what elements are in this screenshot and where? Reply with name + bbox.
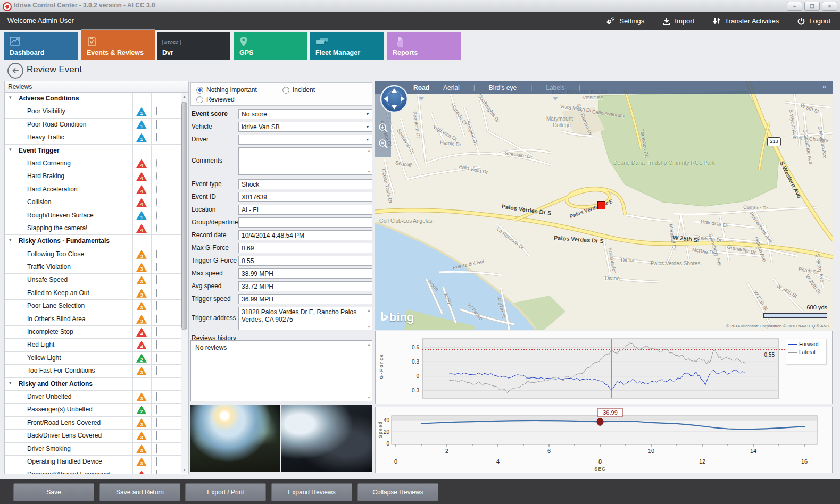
item-checkbox[interactable] bbox=[156, 354, 157, 362]
collapse-arrow-icon[interactable]: ▾ bbox=[9, 237, 12, 242]
item-checkbox[interactable] bbox=[156, 457, 157, 466]
save-and-return-button[interactable]: Save and Return bbox=[99, 483, 180, 501]
camera-thumbnail-driver[interactable] bbox=[281, 405, 372, 472]
tree-item-row[interactable]: Operating Handled Device 3 bbox=[5, 456, 181, 468]
scroll-up-icon[interactable]: ▲ bbox=[181, 93, 188, 100]
tree-item-row[interactable]: Poor Visibility 1 bbox=[5, 105, 181, 118]
event-id-input[interactable]: X017639 bbox=[238, 192, 372, 202]
item-radio[interactable] bbox=[156, 159, 157, 167]
scroll-down-icon[interactable]: ▼ bbox=[367, 325, 371, 329]
item-radio[interactable] bbox=[156, 224, 157, 232]
collapse-arrow-icon[interactable]: ▾ bbox=[9, 380, 12, 385]
vehicle-select[interactable]: idrive Van SB ▼ bbox=[238, 122, 372, 132]
avg-speed-input[interactable]: 33.72 MPH bbox=[238, 281, 372, 291]
tree-item-row[interactable]: Poor Road Condition 1 bbox=[5, 119, 181, 131]
tab-fleet-manager[interactable]: Fleet Manager bbox=[310, 32, 384, 60]
item-checkbox[interactable] bbox=[156, 405, 157, 414]
tree-item-row[interactable]: Back/Driver Lens Covered 3 bbox=[5, 430, 181, 442]
max-speed-input[interactable]: 38.99 MPH bbox=[238, 268, 372, 279]
item-radio[interactable] bbox=[156, 172, 157, 180]
map-mode-road[interactable]: Road bbox=[413, 84, 429, 91]
expand-reviews-button[interactable]: Expand Reviews bbox=[271, 483, 352, 501]
tree-item-row[interactable]: Too Fast For Conditions 3 bbox=[5, 365, 181, 377]
status-radio-incident[interactable]: Incident bbox=[282, 86, 315, 94]
tree-item-row[interactable]: Collision 4 bbox=[5, 196, 181, 209]
tree-item-row[interactable]: Slapping the camera! 4 bbox=[5, 222, 181, 235]
export-print-button[interactable]: Export / Print bbox=[185, 483, 266, 501]
chevron-down-icon[interactable]: ▼ bbox=[363, 110, 372, 119]
tree-item-row[interactable]: Failed to Keep an Out 3 bbox=[5, 287, 181, 300]
map-mode-aerial[interactable]: Aerial bbox=[443, 84, 460, 91]
item-checkbox[interactable] bbox=[156, 301, 157, 310]
item-radio[interactable] bbox=[156, 185, 157, 194]
tree-item-row[interactable]: Passenger(s) Unbelted 2 bbox=[5, 404, 181, 416]
scroll-up-icon[interactable]: ▲ bbox=[367, 149, 371, 153]
item-checkbox[interactable] bbox=[156, 133, 157, 141]
item-checkbox[interactable] bbox=[156, 120, 157, 129]
tab-gps[interactable]: GPS bbox=[234, 32, 307, 60]
tree-item-row[interactable]: Poor Lane Selection 3 bbox=[5, 300, 181, 313]
item-checkbox[interactable] bbox=[156, 366, 157, 375]
close-button[interactable]: ✕ bbox=[822, 2, 837, 11]
tree-item-row[interactable]: Rough/Uneven Surface 1 bbox=[5, 209, 181, 222]
scroll-down-icon[interactable]: ▼ bbox=[181, 466, 188, 473]
trigger-address-textarea[interactable]: 31828 Palos Verdes Dr E, Rancho Palos Ve… bbox=[238, 307, 372, 330]
item-checkbox[interactable] bbox=[156, 263, 157, 271]
item-radio[interactable] bbox=[156, 198, 157, 206]
maximize-button[interactable]: ❐ bbox=[804, 2, 820, 11]
collapse-arrow-icon[interactable]: ▾ bbox=[9, 95, 12, 100]
item-checkbox[interactable] bbox=[156, 444, 157, 453]
item-checkbox[interactable] bbox=[156, 289, 157, 297]
item-checkbox[interactable] bbox=[156, 340, 157, 349]
tree-item-row[interactable]: Yellow Light 2 bbox=[5, 352, 181, 365]
map-zoom-in-button[interactable] bbox=[378, 122, 389, 134]
location-input[interactable]: Al - FL bbox=[238, 205, 372, 215]
tree-item-row[interactable]: Red Light 4 bbox=[5, 339, 181, 351]
tree-group-row[interactable]: ▾ Risky and Other Actions bbox=[5, 378, 181, 391]
map-collapse-button[interactable]: « bbox=[822, 83, 826, 90]
transfer-activities-button[interactable]: Transfer Activities bbox=[712, 17, 779, 26]
tree-item-row[interactable]: Unsafe Speed 3 bbox=[5, 274, 181, 287]
tree-group-row[interactable]: ▾ Event Trigger bbox=[5, 145, 181, 157]
max-gforce-input[interactable]: 0.69 bbox=[238, 243, 372, 253]
group-department-input[interactable] bbox=[238, 217, 372, 228]
tree-item-row[interactable]: Traffic Violation 3 bbox=[5, 261, 181, 274]
scroll-up-icon[interactable]: ▲ bbox=[367, 308, 371, 312]
event-type-input[interactable]: Shock bbox=[238, 179, 372, 189]
tree-item-row[interactable]: Incomplete Stop 4 bbox=[5, 326, 181, 339]
comments-textarea[interactable]: ▲ ▼ bbox=[238, 147, 372, 175]
tree-item-row[interactable]: Damaged/Abused Equipment 4 bbox=[5, 468, 181, 474]
item-checkbox[interactable] bbox=[156, 250, 157, 258]
tree-item-row[interactable]: Front/Road Lens Covered 3 bbox=[5, 417, 181, 430]
item-checkbox[interactable] bbox=[156, 470, 157, 474]
bing-map[interactable]: RoadAerial|Bird's eye|Labels| « EAST RAN… bbox=[375, 81, 833, 330]
tree-scrollbar[interactable]: ▲ ▼ bbox=[181, 93, 188, 473]
record-date-input[interactable]: 10/4/2014 4:48:54 PM bbox=[238, 230, 372, 240]
driver-select[interactable]: ▼ bbox=[238, 135, 372, 145]
item-checkbox[interactable] bbox=[156, 418, 157, 427]
scroll-down-icon[interactable]: ▼ bbox=[367, 170, 371, 173]
collapse-arrow-icon[interactable]: ▾ bbox=[9, 147, 12, 152]
item-checkbox[interactable] bbox=[156, 315, 157, 323]
item-radio[interactable] bbox=[156, 211, 157, 220]
settings-button[interactable]: Settings bbox=[605, 16, 644, 26]
trigger-gforce-input[interactable]: 0.55 bbox=[238, 256, 372, 266]
tree-scrollbar-thumb[interactable] bbox=[181, 102, 187, 330]
status-radio-nothing-important[interactable]: Nothing important bbox=[196, 86, 257, 94]
scroll-up-icon[interactable]: ▲ bbox=[367, 342, 371, 346]
item-checkbox[interactable] bbox=[156, 431, 157, 440]
map-mode-labels[interactable]: Labels bbox=[546, 84, 564, 91]
tree-item-row[interactable]: Driver Unbelted 3 bbox=[5, 391, 181, 404]
import-button[interactable]: Import bbox=[662, 17, 694, 26]
map-pan-control[interactable] bbox=[379, 84, 409, 114]
tree-item-row[interactable]: Heavy Traffic 1 bbox=[5, 131, 181, 144]
item-checkbox[interactable] bbox=[156, 327, 157, 336]
tree-group-row[interactable]: ▾ Adverse Conditions bbox=[5, 93, 181, 105]
item-checkbox[interactable] bbox=[156, 275, 157, 284]
tab-dashboard[interactable]: Dashboard bbox=[4, 32, 78, 60]
tree-item-row[interactable]: Hard Acceleration 4 bbox=[5, 183, 181, 196]
map-zoom-out-button[interactable] bbox=[378, 138, 389, 150]
camera-thumbnail-road[interactable] bbox=[190, 405, 280, 472]
item-checkbox[interactable] bbox=[156, 107, 157, 115]
reviews-history-box[interactable]: No reviews ▲ ▼ bbox=[190, 340, 372, 401]
